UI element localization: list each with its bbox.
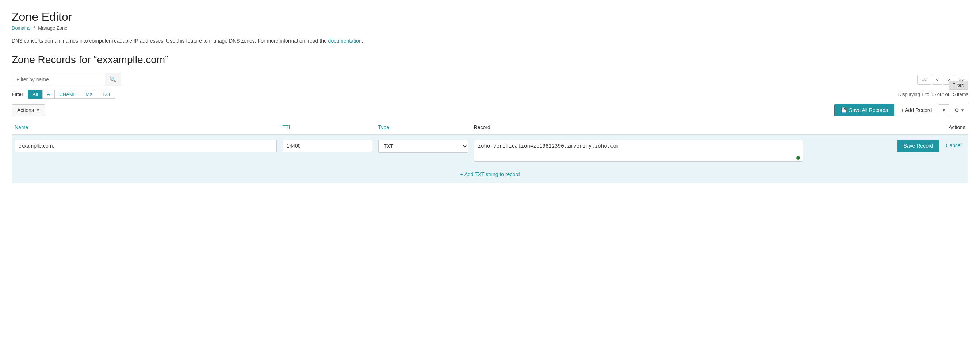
search-wrapper: 🔍	[12, 73, 121, 86]
edit-type-cell: TXT A AAAA CAA CNAME MX SRV	[375, 134, 471, 168]
save-all-records-button[interactable]: 💾 Save All Records	[834, 104, 894, 116]
gear-icon: ⚙	[955, 107, 959, 113]
add-record-split-button[interactable]: ▼	[939, 104, 949, 116]
filter-pill: Filter:	[948, 81, 969, 90]
edit-name-cell	[12, 134, 280, 168]
filter-label: Filter:	[12, 92, 25, 97]
col-header-type: Type	[375, 121, 471, 134]
edit-record-row: TXT A AAAA CAA CNAME MX SRV zoho-verific…	[12, 134, 968, 168]
filter-btn-txt[interactable]: TXT	[97, 90, 116, 99]
gear-settings-button[interactable]: ⚙ ▼	[951, 104, 968, 116]
description-text: DNS converts domain names into computer-…	[12, 38, 968, 44]
record-textarea-wrapper: zoho-verification=zb19822390.zmverify.zo…	[474, 139, 803, 163]
edit-record-cell: zoho-verification=zb19822390.zmverify.zo…	[471, 134, 806, 168]
edit-actions-cell: Save Record Cancel	[806, 134, 968, 168]
filter-row: Filter: All A CNAME MX TXT Displaying 1 …	[12, 90, 968, 99]
record-status-dot	[796, 156, 800, 160]
add-txt-row: + Add TXT string to record	[12, 168, 968, 183]
add-txt-cell: + Add TXT string to record	[12, 168, 968, 183]
edit-ttl-cell	[280, 134, 375, 168]
col-header-record: Record	[471, 121, 806, 134]
zone-records-title: Zone Records for “exxamplle.com”	[12, 54, 968, 66]
right-actions-group: 💾 Save All Records + Add Record ▼ ⚙ ▼	[834, 104, 968, 116]
col-header-actions: Actions	[806, 121, 968, 134]
filter-btn-mx[interactable]: MX	[81, 90, 97, 99]
pagination-first[interactable]: <<	[917, 75, 931, 85]
actions-toolbar: Filter: Actions ▼ 💾 Save All Records + A…	[12, 104, 968, 121]
record-value-textarea[interactable]: zoho-verification=zb19822390.zmverify.zo…	[474, 139, 803, 162]
add-txt-string-link[interactable]: + Add TXT string to record	[460, 171, 520, 177]
add-record-button[interactable]: + Add Record	[896, 104, 937, 116]
add-record-label: + Add Record	[901, 107, 932, 113]
page-container: Zone Editor Domains / Manage Zone DNS co…	[0, 0, 980, 193]
col-header-ttl: TTL	[280, 121, 375, 134]
page-title: Zone Editor	[12, 10, 968, 24]
breadcrumb-current: Manage Zone	[38, 25, 67, 31]
search-input[interactable]	[12, 74, 105, 86]
search-button[interactable]: 🔍	[105, 73, 121, 86]
displaying-text: Displaying 1 to 15 out of 15 items	[898, 92, 968, 97]
gear-caret-icon: ▼	[961, 108, 964, 112]
documentation-link[interactable]: documentation	[328, 38, 362, 44]
actions-button[interactable]: Actions ▼	[12, 104, 45, 116]
search-pagination-row: 🔍 << < > >>	[12, 73, 968, 86]
record-name-input[interactable]	[14, 139, 277, 152]
col-header-name: Name	[12, 121, 280, 134]
record-type-select[interactable]: TXT A AAAA CAA CNAME MX SRV	[378, 139, 468, 153]
filter-btn-all[interactable]: All	[28, 90, 42, 99]
filter-btn-a[interactable]: A	[42, 90, 55, 99]
save-disk-icon: 💾	[840, 107, 847, 113]
pagination-prev[interactable]: <	[932, 75, 943, 85]
edit-actions-group: Save Record Cancel	[809, 139, 966, 152]
actions-label: Actions	[17, 107, 34, 113]
dns-records-table: Name TTL Type Record Actions TXT A	[12, 121, 968, 183]
actions-caret-icon: ▼	[36, 108, 40, 112]
breadcrumb: Domains / Manage Zone	[12, 25, 968, 31]
filter-btn-cname[interactable]: CNAME	[54, 90, 81, 99]
breadcrumb-parent[interactable]: Domains	[12, 25, 30, 31]
record-ttl-input[interactable]	[283, 139, 372, 152]
cancel-button[interactable]: Cancel	[942, 139, 966, 151]
save-record-button[interactable]: Save Record	[897, 139, 939, 152]
breadcrumb-separator: /	[33, 25, 36, 31]
